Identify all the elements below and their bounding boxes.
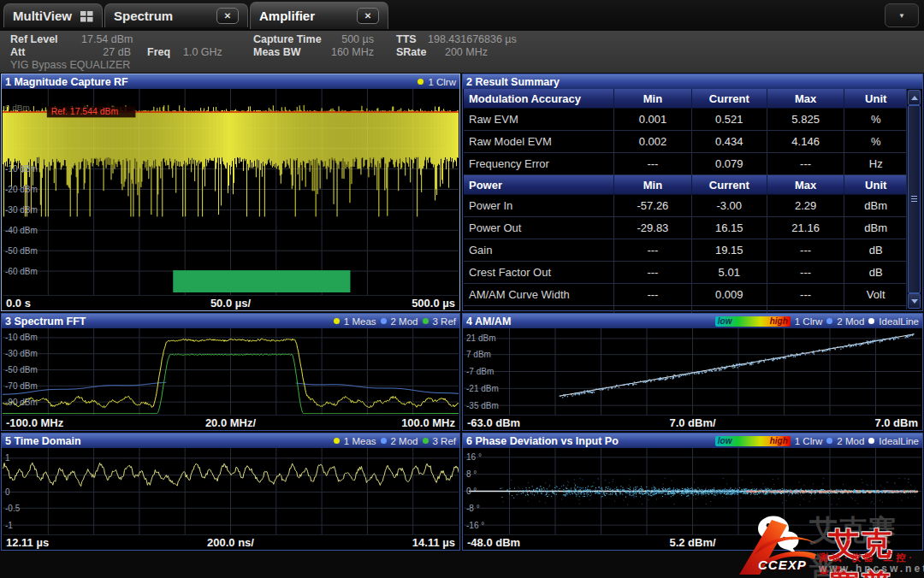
y-axis-label: -10 dBm [5,333,38,342]
legend-label: IdealLine [879,316,919,327]
table-row[interactable]: Raw EVM0.0010.5215.825% [464,109,907,131]
row-value: --- [767,262,845,283]
y-axis-label: 1 [5,454,10,463]
table-row[interactable]: Gain---19.15---dB [464,239,907,262]
y-axis-label: -30 dBm [5,350,38,358]
row-value: 19.15 [692,239,767,261]
time-domain-plot: 10-0.5-1 [3,448,459,534]
tab-overflow-button[interactable]: ▼ [885,3,919,27]
row-name: Raw Model EVM [464,131,614,152]
legend-dot [418,79,424,85]
y-axis-label: -0.5 [5,504,20,513]
row-value: 5.825 [767,109,845,130]
capture-time-value[interactable]: 500 µs [325,34,374,45]
row-value: -57.26 [614,195,692,216]
tab-bar: MultiView Spectrum ✕ Amplifier ✕ ▼ [0,0,924,31]
triangle-down-icon [911,299,918,304]
y-axis-label: -20 dBm [5,186,38,194]
x-axis-scale: 20.0 MHz/ [3,416,459,429]
table-row[interactable]: Power Out-29.8316.1521.16dBm [464,217,907,239]
y-axis-label: 21 dBm [466,334,495,343]
legend-label: 1 Meas [344,436,376,446]
row-value: dBm [844,195,907,216]
row-value: Volt [844,284,907,305]
close-icon[interactable]: ✕ [357,8,379,24]
att-value[interactable]: 27 dB [81,47,131,58]
legend-label: 3 Ref [433,316,457,327]
row-value: 0.521 [692,109,767,130]
tts-value[interactable]: 198.431676836 µs [428,34,517,45]
freq-value[interactable]: 1.0 GHz [183,47,222,58]
watermark-logo-text: CCEXP [758,557,807,572]
att-label: Att [10,47,25,58]
row-name: AM/AM Curve Width [464,284,614,305]
legend-dot [381,318,387,324]
window-time-domain-header[interactable]: 5 Time Domain 1 Meas2 Mod3 Ref [2,434,459,448]
table-scrollbar[interactable] [906,89,921,310]
x-axis-scale: 7.0 dBm/ [464,416,921,429]
window-time-domain: 5 Time Domain 1 Meas2 Mod3 Ref 10-0.5-1 … [1,433,460,551]
legend-label: 1 Clrw [795,436,823,446]
window-result-summary-header[interactable]: 2 Result Summary [463,74,922,89]
trace-legend: lowhigh1 Clrw2 ModIdealLine [715,316,919,327]
window-result-summary: 2 Result Summary Modulation AccuracyMinC… [462,74,923,311]
result-summary-table: Modulation AccuracyMinCurrentMaxUnitRaw … [464,89,907,310]
row-value: dB [844,262,907,283]
close-icon[interactable]: ✕ [216,8,239,24]
row-value: --- [767,239,845,261]
capture-time-label: Capture Time [253,34,322,45]
legend-label: 2 Mod [837,436,864,446]
row-value: -3.00 [692,195,767,216]
row-value: --- [614,262,692,283]
table-row[interactable]: Raw Model EVM0.0020.4344.146% [464,131,907,153]
srate-value[interactable]: 200 MHz [411,47,488,58]
window-phase-deviation-header[interactable]: 6 Phase Deviation vs Input Po lowhigh1 C… [463,434,922,448]
tab-multiview[interactable]: MultiView [3,3,103,27]
column-header: Min [614,175,692,194]
scale-low-label: low [718,316,732,326]
window-magnitude-capture-header[interactable]: 1 Magnitude Capture RF 1 Clrw [2,74,459,89]
color-scale-low-high: lowhigh [715,436,791,446]
y-axis-label: 16 ° [466,453,482,462]
window-spectrum-fft-header[interactable]: 3 Spectrum FFT 1 Meas2 Mod3 Ref [2,314,459,328]
y-axis-label: -16 ° [466,522,484,530]
y-axis-label: -35 dBm [466,402,499,410]
tab-spectrum[interactable]: Spectrum ✕ [104,3,248,27]
y-axis-label: -30 dBm [5,206,38,215]
y-axis-label: -10 dBm [5,165,38,174]
triangle-up-icon [911,96,918,100]
y-axis-label: -21 dBm [466,385,499,393]
window-am-am: 4 AM/AM lowhigh1 Clrw2 ModIdealLine 21 d… [462,313,923,431]
legend-dot [868,438,874,444]
row-value: Hz [844,153,907,174]
legend-label: 3 Ref [433,436,457,446]
column-header: Current [692,89,767,108]
legend-label: 1 Clrw [428,77,456,87]
grip-icon [911,196,917,203]
time-domain-x-axis: 12.11 µs 200.0 ns/ 14.11 µs [3,534,459,549]
legend-dot [826,318,832,324]
tab-multiview-label: MultiView [13,9,72,23]
table-row[interactable]: AM/AM Curve Width---0.009---Volt [464,284,907,306]
table-row[interactable]: Crest Factor Out---5.01---dB [464,262,907,284]
row-value: 0.434 [692,131,767,152]
trace-legend: 1 Meas2 Mod3 Ref [334,436,456,446]
y-axis-label: 0 [5,488,10,497]
table-row[interactable]: Power In-57.26-3.002.29dBm [464,195,907,217]
column-header: Unit [844,89,907,108]
ref-level-value[interactable]: 17.54 dBm [81,34,133,45]
window-am-am-header[interactable]: 4 AM/AM lowhigh1 Clrw2 ModIdealLine [463,314,922,328]
am-am-x-axis: -63.0 dBm 7.0 dBm/ 7.0 dBm [464,415,921,429]
tab-spectrum-label: Spectrum [114,9,173,23]
column-header: Max [767,175,845,194]
window-magnitude-capture: 1 Magnitude Capture RF 1 Clrw 0 dBmRef. … [1,74,460,311]
tab-amplifier[interactable]: Amplifier ✕ [250,2,388,29]
table-row[interactable]: Frequency Error---0.079---Hz [464,153,907,175]
svg-text:Ref. 17.544 dBm: Ref. 17.544 dBm [51,107,118,116]
scrollbar-handle[interactable] [908,105,921,293]
legend-label: 2 Mod [391,436,418,446]
scroll-down-button[interactable] [908,293,921,309]
scroll-up-button[interactable] [908,90,921,105]
row-value: --- [767,153,845,174]
meas-bw-value[interactable]: 160 MHz [325,47,374,58]
